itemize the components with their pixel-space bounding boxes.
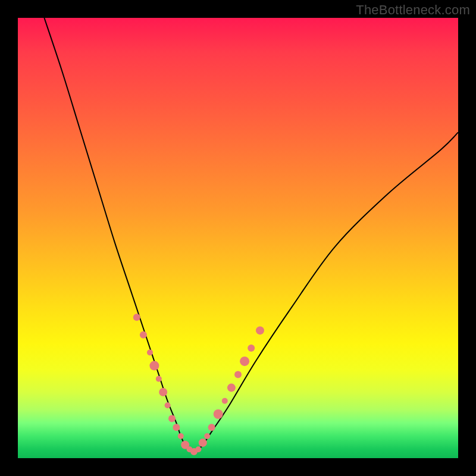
highlight-dot <box>234 371 242 378</box>
highlight-dot <box>199 439 207 447</box>
plot-area <box>18 18 458 458</box>
highlight-dot <box>133 314 140 321</box>
highlight-dot <box>159 388 167 396</box>
highlight-dot <box>240 356 249 366</box>
highlight-dots-group <box>133 314 264 455</box>
highlight-dot <box>222 398 228 404</box>
bottleneck-curve <box>44 18 458 454</box>
watermark-text: TheBottleneck.com <box>356 2 470 18</box>
highlight-dot <box>227 384 236 392</box>
highlight-dot <box>173 424 180 431</box>
highlight-dot <box>168 415 176 422</box>
highlight-dot <box>149 361 159 371</box>
highlight-dot <box>204 433 210 439</box>
chart-frame: TheBottleneck.com <box>0 0 476 476</box>
highlight-dot <box>165 402 171 408</box>
highlight-dot <box>140 331 147 339</box>
highlight-dot <box>248 345 255 352</box>
highlight-dot <box>195 446 201 452</box>
highlight-dot <box>178 433 184 439</box>
highlight-dot <box>256 326 264 334</box>
curve-svg <box>18 18 458 458</box>
highlight-dot <box>156 376 162 382</box>
highlight-dot <box>147 349 153 355</box>
highlight-dot <box>214 409 223 419</box>
highlight-dot <box>208 424 215 431</box>
